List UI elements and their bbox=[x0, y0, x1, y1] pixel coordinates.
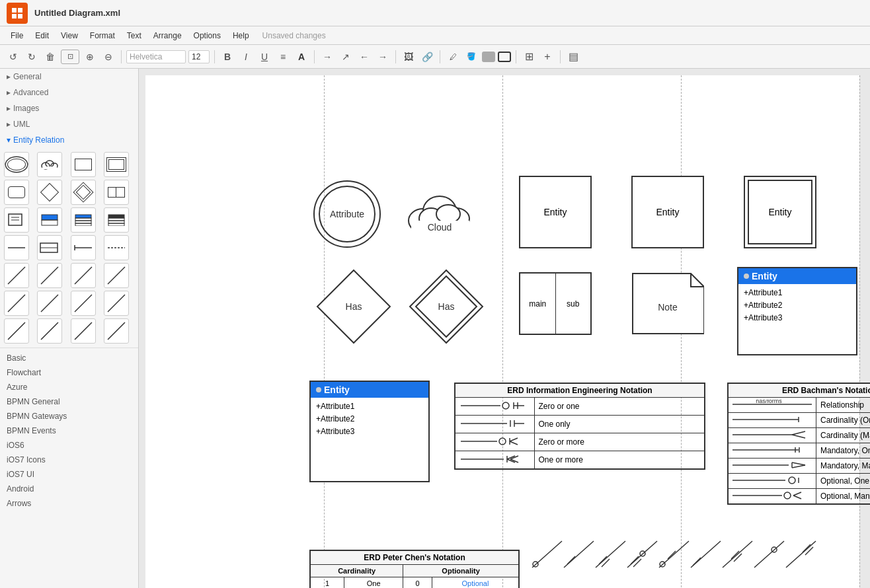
panel-toggle-button[interactable]: ▤ bbox=[565, 49, 581, 65]
sidebar-category-images[interactable]: ▸ Images bbox=[0, 100, 138, 116]
sidebar-item-basic[interactable]: Basic bbox=[0, 351, 138, 365]
shape-split-entity[interactable] bbox=[104, 180, 129, 205]
shape-line2[interactable] bbox=[37, 235, 62, 260]
shape-diag6[interactable] bbox=[37, 291, 62, 316]
shape-attribute[interactable] bbox=[4, 152, 29, 177]
arrow-right-button[interactable]: → bbox=[319, 49, 335, 65]
align-left-button[interactable]: ≡ bbox=[275, 49, 291, 65]
cloud-shape[interactable]: Cloud bbox=[403, 178, 476, 250]
diamond2-shape[interactable]: Has bbox=[407, 267, 486, 346]
shape-diag8[interactable] bbox=[104, 291, 129, 316]
canvas-area[interactable]: Attribute Cloud Entity bbox=[139, 69, 870, 588]
font-name-input[interactable] bbox=[126, 50, 186, 63]
shape-outline-button[interactable] bbox=[498, 52, 511, 62]
image-button[interactable]: 🖼 bbox=[401, 49, 416, 65]
sidebar-item-bpmn-general[interactable]: BPMN General bbox=[0, 394, 138, 409]
arrow-bend-button[interactable]: ↗ bbox=[338, 49, 354, 65]
shape-diag5[interactable] bbox=[4, 291, 29, 316]
fit-page-button[interactable]: ⊡ bbox=[61, 50, 79, 64]
sidebar-item-azure[interactable]: Azure bbox=[0, 380, 138, 394]
redo-button[interactable]: ↻ bbox=[24, 49, 40, 65]
entity-full-shape2[interactable]: Entity +Attribute1 +Attribute2 +Attribut… bbox=[309, 381, 430, 482]
shape-table3[interactable] bbox=[104, 207, 129, 233]
chen-title-row: ERD Peter Chen's Notation bbox=[310, 550, 519, 565]
shape-diag3[interactable] bbox=[71, 263, 96, 288]
shape-weak-entity[interactable] bbox=[4, 180, 29, 205]
menu-view[interactable]: View bbox=[56, 30, 83, 42]
shape-diag7[interactable] bbox=[71, 291, 96, 316]
shape-table1[interactable] bbox=[37, 207, 62, 233]
shape-diag9[interactable] bbox=[4, 318, 29, 344]
sidebar-category-uml[interactable]: ▸ UML bbox=[0, 116, 138, 132]
sidebar-item-bpmn-events[interactable]: BPMN Events bbox=[0, 423, 138, 438]
attribute-shape[interactable]: Attribute bbox=[311, 178, 383, 250]
menu-edit[interactable]: Edit bbox=[30, 30, 54, 42]
sidebar-item-ios6[interactable]: iOS6 bbox=[0, 438, 138, 453]
split-entity-shape[interactable]: main sub bbox=[519, 272, 592, 335]
shape-line3[interactable] bbox=[71, 235, 96, 260]
diamond1-shape[interactable]: Has bbox=[314, 267, 393, 346]
shape-diag4[interactable] bbox=[104, 263, 129, 288]
sidebar-item-bpmn-gateways[interactable]: BPMN Gateways bbox=[0, 409, 138, 423]
underline-button[interactable]: U bbox=[257, 49, 272, 65]
menu-help[interactable]: Help bbox=[227, 30, 255, 42]
grid-button[interactable]: ⊞ bbox=[521, 49, 537, 65]
bachman-sym-5 bbox=[728, 459, 816, 474]
shape-diag2[interactable] bbox=[37, 263, 62, 288]
bachman-sym4-svg bbox=[732, 445, 812, 455]
fill-bg-button[interactable]: 🪣 bbox=[463, 49, 479, 65]
sidebar-item-ios7-icons[interactable]: iOS7 Icons bbox=[0, 453, 138, 467]
sidebar-item-ios7-ui[interactable]: iOS7 UI bbox=[0, 467, 138, 482]
link-button[interactable]: 🔗 bbox=[419, 49, 435, 65]
menu-text[interactable]: Text bbox=[122, 30, 147, 42]
shape-entity-double-rect[interactable] bbox=[104, 152, 129, 177]
zoom-in-button[interactable]: ⊕ bbox=[82, 49, 98, 65]
shape-entity-rect[interactable] bbox=[71, 152, 96, 177]
shape-table2[interactable] bbox=[71, 207, 96, 233]
italic-button[interactable]: I bbox=[238, 49, 254, 65]
undo-button[interactable]: ↺ bbox=[5, 49, 21, 65]
shape-cloud[interactable] bbox=[37, 152, 62, 177]
shape-line4[interactable] bbox=[104, 235, 129, 260]
fill-color-button[interactable]: 🖊 bbox=[445, 49, 461, 65]
shape-line1[interactable] bbox=[4, 235, 29, 260]
sidebar-category-advanced[interactable]: ▸ Advanced bbox=[0, 85, 138, 100]
sidebar-category-general[interactable]: ▸ General bbox=[0, 69, 138, 85]
sidebar-item-arrows[interactable]: Arrows bbox=[0, 496, 138, 511]
svg-line-64 bbox=[510, 441, 518, 445]
entity-plain-shape[interactable]: Entity bbox=[519, 176, 592, 248]
shape-diag1[interactable] bbox=[4, 263, 29, 288]
font-color-button[interactable]: A bbox=[294, 49, 309, 65]
shape-fill-button[interactable] bbox=[482, 52, 495, 62]
note-shape[interactable]: Note bbox=[631, 272, 704, 335]
shape-note[interactable] bbox=[4, 207, 29, 233]
entity-full-shape1[interactable]: Entity +Attribute1 +Attribute2 +Attribut… bbox=[737, 267, 857, 355]
shape-diag10[interactable] bbox=[37, 318, 62, 344]
menu-arrange[interactable]: Arrange bbox=[148, 30, 187, 42]
menu-format[interactable]: Format bbox=[85, 30, 120, 42]
svg-line-111 bbox=[754, 541, 784, 568]
entity-double-shape[interactable]: Entity bbox=[744, 176, 816, 248]
shape-diag11[interactable] bbox=[71, 318, 96, 344]
sidebar-category-entity-relation[interactable]: ▾ Entity Relation bbox=[0, 132, 138, 148]
shape-diag12[interactable] bbox=[104, 318, 129, 344]
plus-button[interactable]: + bbox=[539, 49, 555, 65]
arrow-left-button[interactable]: ← bbox=[356, 49, 372, 65]
menu-options[interactable]: Options bbox=[188, 30, 226, 42]
arrow-right2-button[interactable]: → bbox=[375, 49, 391, 65]
delete-button[interactable]: 🗑 bbox=[42, 49, 58, 65]
zoom-out-button[interactable]: ⊖ bbox=[100, 49, 116, 65]
attr3b-row: +Attribute3 bbox=[316, 425, 423, 438]
bold-button[interactable]: B bbox=[219, 49, 235, 65]
sidebar-item-flowchart[interactable]: Flowchart bbox=[0, 365, 138, 380]
shape-double-diamond[interactable] bbox=[71, 180, 96, 205]
canvas[interactable]: Attribute Cloud Entity bbox=[145, 75, 859, 588]
shape-diamond[interactable] bbox=[37, 180, 62, 205]
svg-line-28 bbox=[41, 267, 58, 284]
line1-icon bbox=[7, 241, 26, 254]
attr1-row: +Attribute1 bbox=[744, 287, 851, 299]
font-size-input[interactable] bbox=[188, 50, 210, 63]
sidebar-item-android[interactable]: Android bbox=[0, 482, 138, 496]
menu-file[interactable]: File bbox=[5, 30, 28, 42]
entity-plain-shape2[interactable]: Entity bbox=[631, 176, 704, 248]
